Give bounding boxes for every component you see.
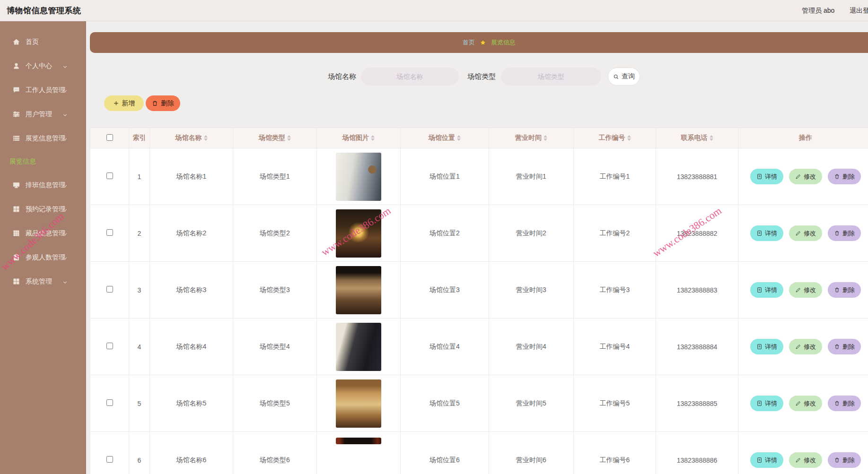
cell-index: 1: [129, 148, 150, 205]
row-checkbox[interactable]: [106, 399, 113, 406]
sort-caret-icon[interactable]: [371, 135, 375, 141]
detail-button[interactable]: 详情: [750, 169, 783, 184]
trash-icon: [152, 100, 158, 106]
cell-phone: 13823888881: [656, 148, 738, 205]
edit-button[interactable]: 修改: [789, 452, 822, 468]
cell-location: 场馆位置1: [401, 148, 489, 205]
sidebar-subitem-exhibition-info[interactable]: 展览信息: [0, 150, 86, 173]
trash-icon: [834, 173, 840, 180]
col-phone[interactable]: 联系电话: [656, 128, 738, 148]
detail-button[interactable]: 详情: [750, 225, 783, 241]
row-checkbox[interactable]: [106, 343, 113, 349]
grid-dense-icon: [13, 230, 20, 237]
sidebar-item-exhibitions[interactable]: 展览信息管理: [0, 126, 86, 150]
cell-phone: 13823888882: [656, 205, 738, 262]
cell-name: 场馆名称6: [150, 432, 233, 474]
detail-button[interactable]: 详情: [750, 282, 783, 298]
remove-button[interactable]: 删除: [828, 169, 861, 184]
sidebar-item-profile[interactable]: 个人中心: [0, 54, 86, 78]
document-icon: [756, 457, 763, 463]
edit-button[interactable]: 修改: [789, 396, 822, 411]
col-staff-no[interactable]: 工作编号: [574, 128, 656, 148]
remove-button[interactable]: 删除: [828, 282, 861, 298]
venue-type-input[interactable]: [501, 68, 601, 86]
cell-type: 场馆类型6: [233, 432, 317, 474]
remove-button[interactable]: 删除: [828, 225, 861, 241]
query-button[interactable]: 查询: [608, 68, 640, 86]
grid-icon: [13, 278, 20, 285]
chevron-down-icon: [62, 182, 68, 189]
venue-name-input[interactable]: [361, 68, 459, 86]
sidebar-item-collections[interactable]: 藏品信息管理: [0, 221, 86, 245]
breadcrumb-home-link[interactable]: 首页: [463, 38, 475, 47]
home-icon: [13, 38, 20, 45]
edit-button[interactable]: 修改: [789, 225, 822, 241]
edit-button[interactable]: 修改: [789, 339, 822, 354]
sort-caret-icon[interactable]: [287, 135, 291, 141]
row-checkbox[interactable]: [106, 172, 113, 179]
topbar: 博物馆信息管理系统 管理员 abo 退出登录: [0, 0, 868, 21]
delete-button[interactable]: 删除: [146, 95, 180, 111]
document-icon: [756, 287, 763, 293]
select-all-checkbox[interactable]: [106, 134, 113, 141]
sidebar-item-system[interactable]: 系统管理: [0, 269, 86, 293]
cell-hours: 营业时间1: [489, 148, 574, 205]
pencil-icon: [795, 287, 801, 293]
sidebar-item-schedule[interactable]: 排班信息管理: [0, 173, 86, 197]
grid-icon: [13, 206, 20, 213]
cell-staff-no: 工作编号4: [574, 319, 656, 375]
sort-caret-icon[interactable]: [627, 135, 631, 141]
logout-link[interactable]: 退出登录: [850, 0, 868, 21]
sort-caret-icon[interactable]: [204, 135, 208, 141]
sort-caret-icon[interactable]: [457, 135, 461, 141]
cell-name: 场馆名称2: [150, 205, 233, 262]
edit-button[interactable]: 修改: [789, 282, 822, 298]
trash-icon: [834, 230, 840, 236]
edit-button[interactable]: 修改: [789, 169, 822, 184]
remove-button[interactable]: 删除: [828, 396, 861, 411]
remove-button[interactable]: 删除: [828, 452, 861, 468]
museum-photo-2: [336, 209, 381, 258]
row-checkbox[interactable]: [106, 286, 113, 293]
sidebar-item-users[interactable]: 用户管理: [0, 102, 86, 126]
app-title: 博物馆信息管理系统: [7, 0, 81, 21]
cell-index: 5: [129, 375, 150, 432]
sort-caret-icon[interactable]: [710, 135, 713, 141]
row-checkbox[interactable]: [106, 229, 113, 236]
breadcrumb-current: 展览信息: [491, 38, 516, 47]
star-icon: [479, 39, 487, 46]
cell-type: 场馆类型3: [233, 262, 317, 319]
cell-phone: 13823888883: [656, 262, 738, 319]
cell-hours: 营业时间4: [489, 319, 574, 375]
museum-photo-4: [336, 323, 381, 371]
chevron-down-icon: [62, 112, 68, 118]
col-venue-type[interactable]: 场馆类型: [233, 128, 317, 148]
col-venue-name[interactable]: 场馆名称: [150, 128, 233, 148]
pencil-icon: [795, 230, 801, 236]
sidebar-item-home[interactable]: 首页: [0, 30, 86, 54]
venue-type-label: 场馆类型: [467, 67, 496, 86]
detail-button[interactable]: 详情: [750, 396, 783, 411]
sidebar-item-staff[interactable]: 工作人员管理: [0, 78, 86, 102]
remove-button[interactable]: 删除: [828, 339, 861, 354]
chevron-down-icon: [62, 207, 68, 213]
cell-staff-no: 工作编号6: [574, 432, 656, 474]
add-button[interactable]: 新增: [104, 95, 144, 111]
cell-phone: 13823888885: [656, 375, 738, 432]
sidebar-item-visitors[interactable]: 参观人数管理: [0, 245, 86, 269]
sidebar-item-reservations[interactable]: 预约记录管理: [0, 197, 86, 221]
detail-button[interactable]: 详情: [750, 452, 783, 468]
detail-button[interactable]: 详情: [750, 339, 783, 354]
row-checkbox[interactable]: [106, 456, 113, 463]
cell-index: 6: [129, 432, 150, 474]
sort-caret-icon[interactable]: [544, 135, 547, 141]
col-hours[interactable]: 营业时间: [489, 128, 574, 148]
col-venue-image[interactable]: 场馆图片: [317, 128, 401, 148]
plus-icon: [113, 100, 119, 106]
col-venue-location[interactable]: 场馆位置: [401, 128, 489, 148]
user-icon: [13, 62, 20, 69]
cell-index: 2: [129, 205, 150, 262]
cell-type: 场馆类型2: [233, 205, 317, 262]
current-user[interactable]: 管理员 abo: [802, 0, 834, 21]
cell-staff-no: 工作编号2: [574, 205, 656, 262]
